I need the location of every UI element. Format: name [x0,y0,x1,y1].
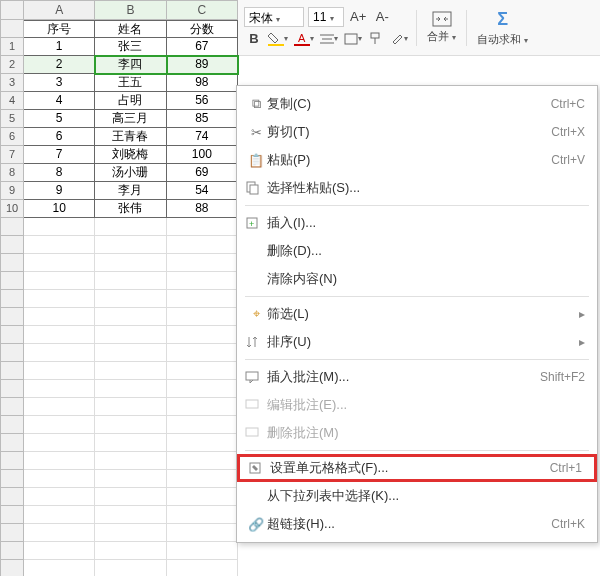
cell[interactable] [24,218,95,236]
cell[interactable] [167,290,238,308]
menu-cut[interactable]: ✂ 剪切(T) Ctrl+X [237,118,597,146]
cell[interactable] [167,326,238,344]
row-header[interactable]: 3 [0,74,24,92]
row-header[interactable] [0,542,24,560]
cell[interactable] [95,326,166,344]
menu-filter[interactable]: ⌖ 筛选(L) ▸ [237,300,597,328]
cell[interactable]: 85 [167,110,238,128]
fill-color-button[interactable]: ▾ [266,29,290,49]
cell[interactable]: 李四 [95,56,166,74]
cell[interactable]: 10 [24,200,95,218]
col-header-c[interactable]: C [167,0,238,20]
cell[interactable] [24,308,95,326]
row-header[interactable] [0,290,24,308]
format-painter-button[interactable] [366,29,386,49]
cell[interactable] [24,506,95,524]
cell[interactable] [24,344,95,362]
cell[interactable]: 88 [167,200,238,218]
cell[interactable] [167,452,238,470]
cell[interactable] [167,560,238,576]
menu-insert-comment[interactable]: 插入批注(M)... Shift+F2 [237,363,597,391]
row-header[interactable] [0,524,24,542]
row-header[interactable] [0,434,24,452]
cell[interactable] [95,398,166,416]
row-header[interactable] [0,20,24,38]
cell[interactable] [95,560,166,576]
cell[interactable]: 7 [24,146,95,164]
clear-format-button[interactable]: ▾ [388,29,410,49]
cell[interactable] [24,560,95,576]
cell[interactable] [95,506,166,524]
cell[interactable] [24,416,95,434]
cell[interactable]: 4 [24,92,95,110]
row-header[interactable]: 7 [0,146,24,164]
font-color-button[interactable]: A ▾ [292,29,316,49]
row-header[interactable] [0,416,24,434]
cell[interactable] [95,362,166,380]
cell[interactable]: 李月 [95,182,166,200]
cell[interactable]: 5 [24,110,95,128]
row-header[interactable] [0,218,24,236]
cell[interactable]: 姓名 [95,20,166,38]
cell[interactable]: 100 [167,146,238,164]
cell[interactable]: 54 [167,182,238,200]
row-header[interactable] [0,362,24,380]
menu-delete[interactable]: 删除(D)... [237,237,597,265]
cell[interactable] [95,254,166,272]
row-header[interactable] [0,470,24,488]
cell[interactable]: 分数 [167,20,238,38]
row-header[interactable] [0,308,24,326]
cell[interactable] [24,272,95,290]
cell[interactable] [24,236,95,254]
row-header[interactable] [0,488,24,506]
col-header-a[interactable]: A [24,0,95,20]
col-header-b[interactable]: B [95,0,166,20]
cell[interactable]: 张三 [95,38,166,56]
cell[interactable] [24,290,95,308]
row-header[interactable]: 9 [0,182,24,200]
cell[interactable] [95,344,166,362]
row-header[interactable]: 5 [0,110,24,128]
cell[interactable] [167,488,238,506]
cell[interactable]: 2 [24,56,95,74]
menu-copy[interactable]: ⧉ 复制(C) Ctrl+C [237,90,597,118]
menu-clear[interactable]: 清除内容(N) [237,265,597,293]
decrease-font-button[interactable]: A- [372,7,392,27]
row-header[interactable]: 2 [0,56,24,74]
cell[interactable]: 王五 [95,74,166,92]
cell[interactable] [167,254,238,272]
cell[interactable] [24,470,95,488]
cell[interactable] [95,452,166,470]
cell[interactable] [167,236,238,254]
cell[interactable] [167,434,238,452]
row-header[interactable] [0,272,24,290]
row-header[interactable]: 4 [0,92,24,110]
menu-format-cells[interactable]: 设置单元格格式(F)... Ctrl+1 [237,454,597,482]
select-all-corner[interactable] [0,0,24,20]
cell[interactable]: 69 [167,164,238,182]
row-header[interactable] [0,452,24,470]
cell[interactable] [167,362,238,380]
align-button[interactable]: ▾ [318,29,340,49]
cell[interactable]: 3 [24,74,95,92]
bold-button[interactable]: B [244,29,264,49]
menu-insert[interactable]: + 插入(I)... [237,209,597,237]
row-header[interactable] [0,506,24,524]
cell[interactable] [167,506,238,524]
cell[interactable] [167,542,238,560]
cell[interactable] [24,488,95,506]
row-header[interactable]: 10 [0,200,24,218]
row-header[interactable]: 1 [0,38,24,56]
cell[interactable]: 6 [24,128,95,146]
row-header[interactable]: 6 [0,128,24,146]
cell[interactable]: 占明 [95,92,166,110]
cell[interactable] [95,416,166,434]
cell[interactable] [95,488,166,506]
cell[interactable] [24,362,95,380]
cell[interactable] [24,524,95,542]
cell[interactable]: 汤小珊 [95,164,166,182]
row-header[interactable] [0,254,24,272]
menu-pick-from-list[interactable]: 从下拉列表中选择(K)... [237,482,597,510]
cell[interactable]: 张伟 [95,200,166,218]
cell[interactable] [95,380,166,398]
